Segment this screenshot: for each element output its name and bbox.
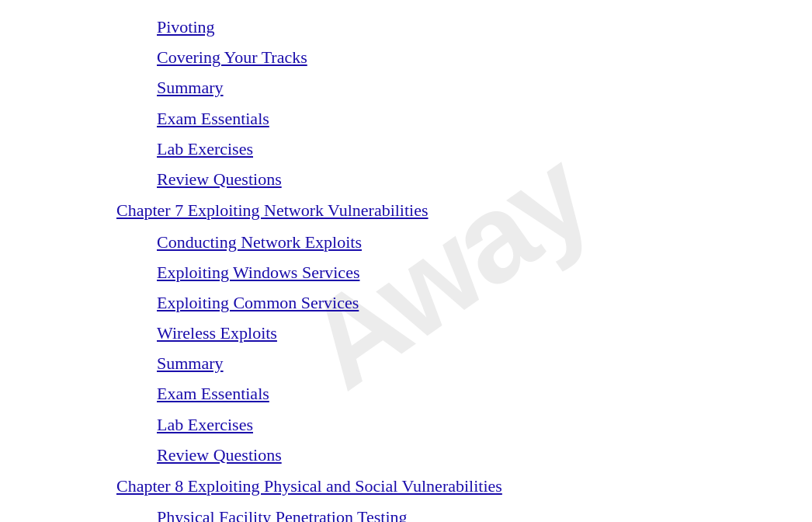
link-chapter-7[interactable]: Chapter 7 Exploiting Network Vulnerabili… [0,194,812,226]
link-summary-1[interactable]: Summary [0,72,812,103]
link-exploiting-common-services[interactable]: Exploiting Common Services [0,287,812,318]
link-exam-essentials-2[interactable]: Exam Essentials [0,378,812,409]
toc-content: Pivoting Covering Your Tracks Summary Ex… [0,0,812,522]
link-lab-exercises-2[interactable]: Lab Exercises [0,409,812,440]
link-physical-facility[interactable]: Physical Facility Penetration Testing [0,502,812,522]
link-review-questions-2[interactable]: Review Questions [0,440,812,470]
link-conducting-network-exploits[interactable]: Conducting Network Exploits [0,227,812,257]
link-covering-your-tracks[interactable]: Covering Your Tracks [0,42,812,72]
link-summary-2[interactable]: Summary [0,348,812,378]
link-chapter-8[interactable]: Chapter 8 Exploiting Physical and Social… [0,470,812,502]
link-review-questions-1[interactable]: Review Questions [0,164,812,194]
link-lab-exercises-1[interactable]: Lab Exercises [0,134,812,164]
link-wireless-exploits[interactable]: Wireless Exploits [0,318,812,348]
link-exam-essentials-1[interactable]: Exam Essentials [0,103,812,134]
link-exploiting-windows-services[interactable]: Exploiting Windows Services [0,257,812,287]
link-pivoting[interactable]: Pivoting [0,12,812,42]
